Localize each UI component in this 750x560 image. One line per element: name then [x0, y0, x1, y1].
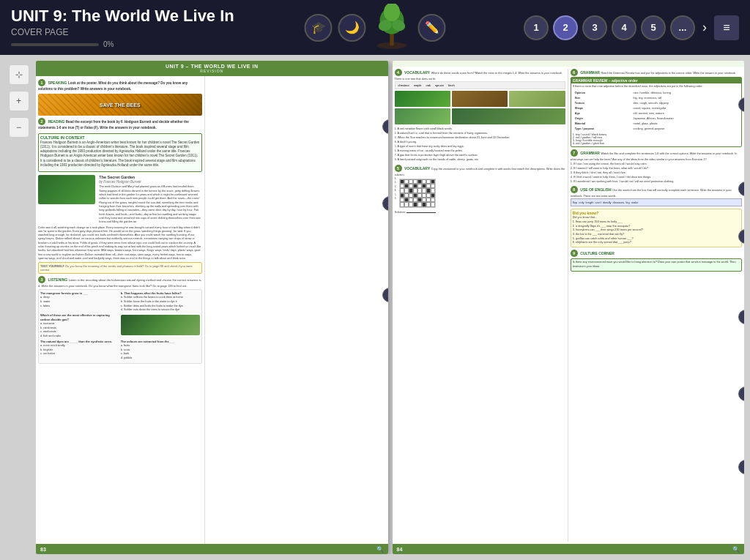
grammar-example-4: 4. red / garden / giant bun — [573, 142, 740, 145]
secret-garden-col1: The tenth Division and Mary had planted … — [99, 185, 201, 224]
header-center-icons: 🎓 🌙 ✏️ — [305, 4, 446, 51]
section-7-type: GRAMMAR — [580, 151, 600, 155]
page-right-content: 4 VOCABULARY Where do these seeds come f… — [393, 67, 745, 544]
sidebar-zoom-in-icon[interactable]: + — [9, 91, 29, 111]
section-6-type: GRAMMAR — [580, 70, 600, 75]
grammar-row-texture: Texture skin, rough, smooth, slippery — [574, 101, 738, 105]
chip-leg: leg — [625, 201, 629, 204]
grammar-col-shape-value: round, square, rectangular — [633, 106, 738, 110]
vocab-word-banner: chestnut maple oak spruce birch — [395, 81, 565, 89]
crossword-area: 1. 2. 3. 4. 5. 6. — [395, 177, 565, 209]
listening-q3-nat-opt-c: c. not better — [40, 352, 119, 356]
nav-arrow-right[interactable]: › — [699, 20, 710, 35]
progress-container: 0% — [11, 40, 524, 48]
vocab-img-3 — [509, 91, 565, 107]
header-title-block: UNIT 9: The World We Live In COVER PAGE … — [11, 7, 524, 48]
section-8-type: USE OF ENGLISH — [580, 187, 611, 192]
grammar-col-age-label: Age — [574, 111, 631, 115]
listening-q3: b. That happens after the fruits have fa… — [121, 291, 200, 313]
sidebar-zoom-out-icon[interactable]: − — [9, 117, 29, 138]
listening-q1: The mangrove forests grow in ___ a. deep… — [40, 291, 119, 313]
page-left-search-icon[interactable]: 🔍 — [376, 546, 384, 553]
listening-q4-col: The colours are extracted from the ___ a… — [121, 340, 200, 361]
nav-item-3[interactable]: 3 — [582, 15, 607, 40]
section-2-number: 2 — [38, 118, 45, 125]
grammar-col-size-value: big, tiny, enormous, tall — [633, 96, 738, 100]
vocab-word-1: chestnut — [398, 83, 409, 87]
page-title: UNIT 9: The World We Live In — [11, 7, 524, 26]
nav-item-dots[interactable]: ... — [670, 15, 695, 40]
listening-q3-natural-text: The natural dyes are _____ than the synt… — [40, 340, 119, 344]
test-yourself-box: TEST YOURSELF Do you know the meaning of… — [38, 262, 202, 274]
page-right-top-spacing — [393, 61, 745, 67]
section-7-header: 7 GRAMMAR Watch the film and complete th… — [571, 149, 742, 161]
section-9-header: 9 CULTURE CORNER — [571, 250, 742, 257]
grammar-col-opinion-label: Opinion — [574, 91, 631, 94]
crossword-clues: 1. 2. 3. 4. 5. 6. — [395, 177, 397, 202]
nav-menu-button[interactable]: ≡ — [714, 15, 739, 40]
section-8-header: 8 USE OF ENGLISH Use the words from the … — [571, 186, 742, 198]
secret-garden-section: The Secret Garden by Frances Hodgson Bur… — [38, 173, 202, 224]
left-sidebar: ⊹ + − — [6, 61, 31, 554]
chip-diseases: diseases — [613, 201, 625, 204]
page-right-left-col: 4 VOCABULARY Where do these seeds come f… — [395, 69, 568, 542]
section-7-sentences: 1. If I use / am using the cream, the be… — [571, 162, 742, 184]
vocab-img-5 — [452, 108, 565, 124]
did-you-know-title: Did you know? — [573, 211, 740, 215]
nav-item-4[interactable]: 4 — [612, 15, 636, 40]
section-3-header: 3 LISTENING Listen to the recording abou… — [38, 276, 202, 288]
listening-landscape — [121, 313, 200, 339]
section-1-speaking: 1 SPEAKING Look at the poster. What do y… — [38, 79, 202, 92]
grammar-col-texture-value: skin, rough, smooth, slippery — [633, 101, 738, 105]
vocab-word-5: birch — [448, 83, 455, 87]
nav-item-2[interactable]: 2 — [553, 15, 578, 40]
page-right-right-col: 6 GRAMMAR Read the Grammar Review box an… — [568, 69, 742, 542]
grammar-description: If there is more than one adjective befo… — [573, 85, 740, 88]
section-5-crossword: 5 VOCABULARY Copy the crossword to your … — [395, 165, 565, 214]
section-5-type: VOCABULARY — [404, 166, 430, 171]
listening-row-1: The mangrove forests grow in ___ a. deep… — [40, 291, 200, 313]
grammar-col-shape-label: Shape — [574, 106, 631, 110]
vocab-s8: 8. A hard pointed outgrowth on the heads… — [395, 157, 565, 162]
vocab-img-4 — [395, 108, 450, 124]
section-7-number: 7 — [571, 149, 578, 157]
page-left-number-bar: 83 🔍 — [36, 544, 388, 554]
section-9-number: 9 — [571, 250, 578, 257]
section-6-grammar: 6 GRAMMAR Read the Grammar Review box an… — [571, 69, 742, 147]
section-4-vocab: 4 VOCABULARY Where do these seeds come f… — [395, 69, 565, 163]
grammar-col-material-value: metal, glass, plastic — [633, 122, 738, 125]
grammar-col-type-value: cooking, general-purpose — [633, 127, 738, 130]
graduation-icon-button[interactable]: 🎓 — [305, 14, 333, 42]
vocab-img-1 — [395, 91, 450, 107]
page-left-column: 1 SPEAKING Look at the poster. What do y… — [36, 76, 205, 553]
use-english-word-box: flop only length can't deadly diseases l… — [571, 198, 742, 206]
listening-q2-text: Which of these are the most effective in… — [40, 313, 119, 322]
dyk-fact-6: 6. elephants are the only animal that __… — [573, 241, 740, 245]
grammar-col-age-value: old, ancient, new, mature — [633, 111, 738, 115]
grammar-col-opinion-value: nice, horrible, delicious, boring — [633, 91, 738, 94]
plant-illustration — [372, 4, 412, 51]
pencil-icon-button[interactable]: ✏️ — [418, 14, 446, 42]
secret-garden-text-block: The Secret Garden by Frances Hodgson Bur… — [99, 173, 201, 224]
listening-q4-opt-d: d. pebble — [121, 356, 200, 361]
solution-line — [406, 212, 436, 213]
listening-q2-opt-d: d. fish and crabs — [40, 335, 119, 339]
listening-q1-opt-c: c. lakes — [40, 305, 119, 309]
grammar-row-type: Type / purpose cooking, general-purpose — [574, 127, 738, 130]
unit-subtitle: REVISION — [37, 69, 387, 73]
solution-label: Solution: — [395, 210, 565, 214]
chip-cant: can't — [595, 201, 601, 204]
nav-item-1[interactable]: 1 — [524, 15, 549, 40]
pages-container: UNIT 9 – THE WORLD WE LIVE IN REVISION 1… — [36, 61, 744, 554]
section-6-number: 6 — [571, 69, 578, 76]
listening-row-2: Which of these are the most effective in… — [40, 313, 200, 339]
bees-image: SAVE THE BEES — [38, 94, 202, 116]
sidebar-cursor-icon[interactable]: ⊹ — [9, 64, 29, 85]
page-left: UNIT 9 – THE WORLD WE LIVE IN REVISION 1… — [36, 61, 388, 554]
page-right-search-icon[interactable]: 🔍 — [732, 546, 740, 553]
moon-icon-button[interactable]: 🌙 — [338, 14, 366, 42]
listening-q3-natural: The natural dyes are _____ than the synt… — [40, 340, 119, 361]
page-left-header: UNIT 9 – THE WORLD WE LIVE IN REVISION — [36, 61, 388, 76]
nav-item-5[interactable]: 5 — [641, 15, 666, 40]
grammar-col-texture-label: Texture — [574, 101, 631, 105]
